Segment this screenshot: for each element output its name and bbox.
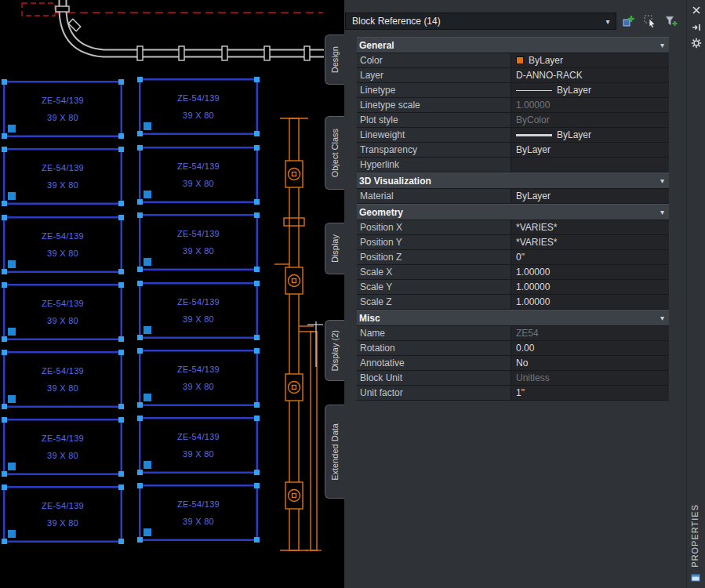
grip-handle[interactable]: [254, 212, 260, 218]
palette-tab-display-2[interactable]: Display (2): [325, 320, 344, 381]
rack-block[interactable]: ZE-54/13939 X 80: [139, 417, 258, 474]
section-header-geometry[interactable]: Geometry▾: [357, 204, 669, 220]
pickadd-toggle-button[interactable]: [620, 13, 638, 30]
grip-base-point[interactable]: [144, 394, 151, 401]
prop-value[interactable]: *VARIES*: [511, 220, 669, 234]
grip-handle[interactable]: [254, 77, 260, 82]
grip-handle[interactable]: [254, 416, 260, 421]
section-header-general[interactable]: General▾: [357, 37, 669, 53]
prop-value[interactable]: ByLayer: [511, 128, 669, 142]
grip-handle[interactable]: [118, 147, 124, 152]
grip-handle[interactable]: [2, 79, 7, 85]
grip-handle[interactable]: [254, 267, 260, 272]
section-header-3d-visualization[interactable]: 3D Visualization▾: [357, 172, 669, 189]
auto-hide-button[interactable]: [689, 20, 703, 34]
grip-handle[interactable]: [254, 483, 260, 488]
prop-value[interactable]: Unitless: [511, 371, 669, 385]
palette-title[interactable]: PROPERTIES: [690, 504, 700, 568]
palette-tab-display[interactable]: Display: [325, 223, 344, 274]
prop-value[interactable]: No: [511, 356, 669, 370]
grip-handle[interactable]: [118, 269, 124, 274]
prop-value[interactable]: *VARIES*: [511, 235, 669, 249]
grip-base-point[interactable]: [8, 395, 16, 403]
prop-value[interactable]: ByLayer: [511, 189, 669, 203]
rack-block[interactable]: ZE-54/13939 X 80: [139, 282, 258, 339]
rack-block[interactable]: ZE-54/13939 X 80: [3, 486, 122, 543]
grip-handle[interactable]: [137, 212, 143, 218]
grip-base-point[interactable]: [8, 125, 16, 132]
grip-handle[interactable]: [254, 348, 260, 354]
grip-handle[interactable]: [254, 131, 260, 136]
grip-handle[interactable]: [254, 470, 260, 475]
grip-base-point[interactable]: [8, 463, 16, 470]
grip-handle[interactable]: [137, 199, 143, 205]
grip-base-point[interactable]: [8, 260, 16, 268]
grip-handle[interactable]: [118, 133, 124, 139]
prop-value[interactable]: [511, 158, 669, 172]
grip-handle[interactable]: [118, 282, 124, 288]
rack-block[interactable]: ZE-54/13939 X 80: [3, 148, 122, 205]
prop-value[interactable]: ByLayer: [511, 53, 669, 67]
grip-handle[interactable]: [137, 281, 143, 286]
grip-handle[interactable]: [118, 471, 124, 477]
rack-block[interactable]: ZE-54/13939 X 80: [139, 485, 258, 541]
quick-select-button[interactable]: [663, 13, 680, 30]
grip-base-point[interactable]: [144, 258, 151, 266]
rack-block[interactable]: ZE-54/13939 X 80: [139, 214, 258, 270]
grip-base-point[interactable]: [8, 328, 16, 336]
grip-base-point[interactable]: [144, 122, 151, 130]
select-objects-button[interactable]: [641, 13, 659, 30]
palette-tab-object-class[interactable]: Object Class: [325, 116, 344, 190]
grip-handle[interactable]: [118, 539, 124, 544]
prop-value[interactable]: ByLayer: [511, 83, 669, 97]
rack-block[interactable]: ZE-54/13939 X 80: [3, 81, 122, 137]
grip-handle[interactable]: [2, 417, 7, 423]
palette-settings-button[interactable]: [689, 36, 703, 50]
grip-handle[interactable]: [137, 131, 143, 136]
grip-handle[interactable]: [137, 483, 143, 488]
grip-handle[interactable]: [118, 336, 124, 342]
rack-block[interactable]: ZE-54/13939 X 80: [3, 419, 122, 475]
grip-handle[interactable]: [254, 537, 260, 543]
grip-base-point[interactable]: [144, 528, 151, 536]
grip-handle[interactable]: [2, 269, 7, 274]
object-type-select[interactable]: Block Reference (14) ▾: [345, 13, 616, 30]
grip-handle[interactable]: [137, 470, 143, 475]
grip-handle[interactable]: [2, 471, 7, 477]
close-button[interactable]: [689, 3, 703, 17]
grip-handle[interactable]: [137, 267, 143, 272]
prop-value[interactable]: 1.00000: [511, 265, 669, 279]
prop-value[interactable]: 1.00000: [511, 280, 669, 294]
prop-value[interactable]: ZE54: [511, 326, 669, 340]
grip-handle[interactable]: [2, 215, 7, 220]
grip-handle[interactable]: [254, 281, 260, 286]
grip-base-point[interactable]: [144, 191, 151, 198]
grip-base-point[interactable]: [8, 192, 16, 200]
grip-handle[interactable]: [254, 199, 260, 205]
grip-handle[interactable]: [254, 145, 260, 151]
prop-value[interactable]: 0": [511, 250, 669, 264]
prop-value[interactable]: 1": [511, 386, 669, 400]
grip-handle[interactable]: [118, 350, 124, 355]
grip-handle[interactable]: [118, 417, 124, 423]
grip-base-point[interactable]: [144, 326, 151, 334]
prop-value[interactable]: 1.00000: [511, 98, 669, 112]
grip-handle[interactable]: [2, 336, 7, 342]
grip-base-point[interactable]: [144, 461, 151, 469]
rack-block[interactable]: ZE-54/13939 X 80: [3, 284, 122, 340]
prop-value[interactable]: ByLayer: [511, 143, 669, 157]
rack-block[interactable]: ZE-54/13939 X 80: [139, 147, 258, 203]
rack-block[interactable]: ZE-54/13939 X 80: [139, 350, 258, 406]
prop-value[interactable]: 1.00000: [511, 295, 669, 309]
grip-handle[interactable]: [2, 485, 7, 490]
grip-handle[interactable]: [2, 133, 7, 139]
grip-handle[interactable]: [137, 402, 143, 408]
palette-tab-design[interactable]: Design: [325, 34, 344, 85]
grip-handle[interactable]: [2, 147, 7, 152]
grip-handle[interactable]: [137, 537, 143, 543]
grip-handle[interactable]: [118, 215, 124, 220]
grip-handle[interactable]: [2, 350, 7, 355]
prop-value[interactable]: ByColor: [511, 113, 669, 127]
rack-block[interactable]: ZE-54/13939 X 80: [3, 216, 122, 273]
prop-value[interactable]: 0.00: [511, 341, 669, 355]
